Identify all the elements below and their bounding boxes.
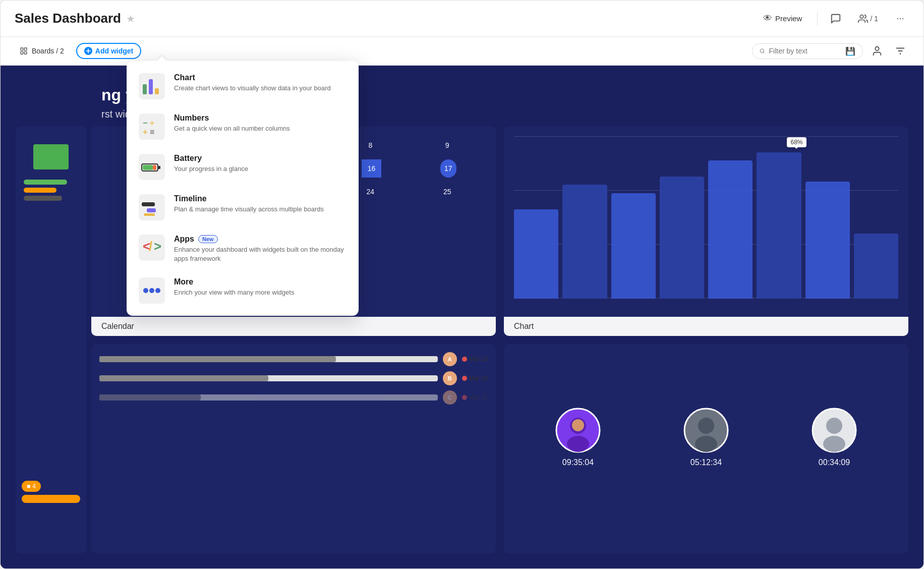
date-dot-3 — [462, 395, 467, 400]
timeline-item-desc: Plan & manage time visually across multi… — [174, 205, 346, 214]
grid-line — [514, 136, 898, 137]
timeline-item-title: Timeline — [174, 194, 346, 203]
svg-rect-25 — [144, 213, 155, 216]
apps-icon-wrap: < / > — [139, 235, 165, 261]
filter-input[interactable] — [769, 47, 841, 55]
battery-dropdown-text: Battery Your progress in a glance — [174, 154, 346, 174]
list-avatar-3: C — [443, 390, 457, 405]
person-3-avatar — [812, 408, 857, 453]
mini-bar-2 — [24, 188, 56, 193]
calendar-card-footer: Calendar — [91, 317, 496, 336]
chart-dropdown-text: Chart Create chart views to visually sho… — [174, 73, 346, 93]
list-date-2: Mar 14 — [462, 375, 488, 382]
svg-rect-3 — [21, 51, 23, 54]
list-bar-bg-1 — [99, 356, 438, 362]
save-filter-icon[interactable]: 💾 — [845, 46, 855, 56]
cal-day-16[interactable]: 16 — [362, 159, 382, 178]
dropdown-item-timeline[interactable]: Timeline Plan & manage time visually acr… — [127, 187, 359, 227]
person-timer-1: 09:35:04 — [555, 408, 601, 467]
users-count: / 1 — [870, 15, 878, 23]
dropdown-pointer — [157, 56, 167, 61]
chart-icon-wrap — [139, 73, 165, 99]
list-bar-fill-2 — [99, 375, 268, 381]
more-dropdown-text: More Enrich your view with many more wid… — [174, 277, 346, 297]
svg-rect-22 — [153, 165, 156, 170]
person-1-avatar — [555, 408, 601, 453]
list-date-label-3: Mar 15 — [469, 394, 488, 401]
list-inner: A Mar 13 B — [91, 344, 496, 532]
orange-bar — [22, 495, 80, 503]
boards-label: Boards / 2 — [32, 47, 64, 55]
mini-bar-3 — [24, 196, 62, 201]
numbers-widget-icon: − ÷ + ≡ — [140, 115, 164, 139]
chart-bar-1 — [514, 209, 558, 299]
preview-button[interactable]: 👁 Preview — [757, 10, 808, 27]
app-title: Sales Dashboard — [15, 11, 121, 26]
workload-card: 09:35:04 05:12:34 — [504, 344, 908, 554]
filter-icon-button[interactable] — [891, 42, 909, 60]
mini-bar-1 — [24, 180, 67, 185]
new-badge: New — [198, 235, 218, 243]
date-dot-2 — [462, 376, 467, 381]
person-icon-button[interactable] — [868, 42, 886, 60]
date-dot-1 — [462, 357, 467, 362]
person-1-time: 09:35:04 — [562, 458, 594, 467]
svg-text:−: − — [143, 119, 147, 127]
svg-point-0 — [860, 15, 864, 18]
battery-icon-wrap — [139, 154, 165, 180]
list-avatar-2: B — [443, 371, 457, 385]
users-badge[interactable]: / 1 — [854, 12, 882, 26]
chart-bar-7 — [805, 182, 850, 298]
dropdown-item-chart[interactable]: Chart Create chart views to visually sho… — [127, 66, 359, 106]
svg-rect-20 — [158, 166, 160, 169]
comment-icon — [830, 13, 841, 24]
boards-icon — [20, 47, 28, 55]
toolbar: Boards / 2 Add widget 💾 — [1, 37, 923, 66]
battery-widget-icon — [140, 155, 164, 179]
svg-rect-14 — [155, 88, 159, 94]
svg-text:≡: ≡ — [150, 128, 154, 136]
plus-circle-icon — [84, 47, 92, 55]
add-widget-dropdown: Chart Create chart views to visually sho… — [127, 61, 359, 316]
orange-tag: ■ 4 — [22, 481, 41, 492]
chart-bars: 68% — [514, 136, 898, 304]
chart-card: 68% Chart — [504, 126, 908, 336]
svg-rect-24 — [147, 208, 156, 212]
list-row-3: C Mar 15 — [99, 390, 488, 405]
boards-button[interactable]: Boards / 2 — [15, 44, 69, 58]
list-row-2: B Mar 14 — [99, 371, 488, 385]
comment-icon-button[interactable] — [827, 10, 845, 28]
dropdown-item-more[interactable]: More Enrich your view with many more wid… — [127, 270, 359, 311]
chart-bar-6: 68% — [757, 152, 801, 298]
chart-inner: 68% — [504, 126, 908, 314]
add-widget-button[interactable]: Add widget — [76, 43, 141, 59]
more-item-title: More — [174, 277, 346, 287]
filter-input-wrap[interactable]: 💾 — [752, 43, 863, 59]
svg-line-7 — [763, 52, 764, 53]
battery-item-desc: Your progress in a glance — [174, 164, 346, 174]
toolbar-right: 💾 — [752, 42, 909, 60]
eye-icon: 👁 — [763, 13, 772, 24]
header: Sales Dashboard ★ 👁 Preview — [1, 1, 923, 37]
svg-text:÷: ÷ — [150, 119, 154, 127]
cal-day-17[interactable]: 17 — [440, 159, 456, 178]
chart-bar-8 — [854, 234, 898, 299]
more-item-desc: Enrich your view with many more widgets — [174, 288, 346, 297]
left-partial-content — [16, 126, 86, 212]
svg-point-30 — [149, 288, 154, 293]
dropdown-item-apps[interactable]: < / > Apps New Enhance your dashboard wi… — [127, 227, 359, 270]
list-date-label-2: Mar 14 — [469, 375, 488, 382]
chart-item-desc: Create chart views to visually show data… — [174, 84, 346, 93]
cal-day-24: 24 — [361, 183, 379, 201]
person-3-time: 00:34:09 — [819, 458, 850, 467]
filter-icon — [895, 45, 906, 56]
battery-item-title: Battery — [174, 154, 346, 163]
dropdown-item-numbers[interactable]: − ÷ + ≡ Numbers Get a quick view on all … — [127, 106, 359, 147]
dropdown-item-battery[interactable]: Battery Your progress in a glance — [127, 147, 359, 187]
timeline-dropdown-text: Timeline Plan & manage time visually acr… — [174, 194, 346, 214]
person-timer-2: 05:12:34 — [683, 408, 729, 467]
svg-rect-13 — [149, 79, 153, 94]
more-widget-icon — [140, 278, 164, 303]
star-icon[interactable]: ★ — [126, 13, 135, 25]
more-options-button[interactable]: ··· — [891, 10, 909, 28]
